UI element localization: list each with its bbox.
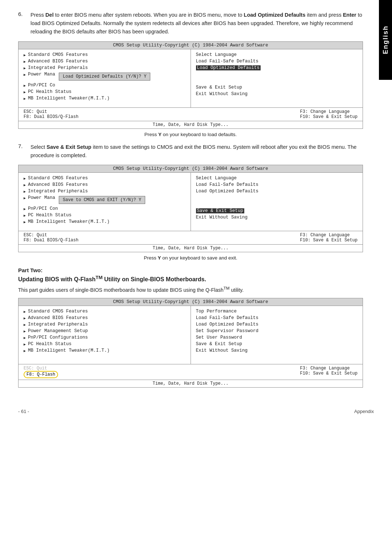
bios1-left-row-7: ▶ MB Intelligent Tweaker(M.I.T.) — [24, 96, 185, 101]
bios1-right-row-1: Select Language — [196, 52, 358, 57]
bios2-right-row-7: Exit Without Saving — [196, 215, 358, 220]
bios2-item-5: PnP/PCI Con — [28, 206, 58, 211]
bios1-left-row-3: ▶ Integrated Peripherals — [24, 65, 185, 70]
bios3-left: ▶ Standard CMOS Features ▶ Advanced BIOS… — [19, 306, 191, 364]
part-two-desc: This part guides users of single-BIOS mo… — [18, 286, 363, 293]
caption-1: Press Y on your keyboard to load default… — [18, 132, 363, 137]
bios2-right-item-7: Exit Without Saving — [196, 215, 248, 220]
bios2-left-row-5: ▶ PnP/PCI Con — [24, 206, 185, 211]
bios2-left-row-7: ▶ MB Intelligent Tweaker(M.I.T.) — [24, 219, 185, 224]
bios1-f10: F10: Save & Exit Setup — [300, 114, 358, 119]
arrow2-icon-4: ▶ — [24, 196, 26, 200]
arrow3-icon-1: ▶ — [24, 310, 26, 314]
bios2-footer-left: ESC: Quit F8: Dual BIOS/Q-Flash — [24, 233, 78, 243]
english-tab: English — [379, 0, 392, 80]
main-content: 6. Press Del to enter BIOS menu after sy… — [0, 0, 392, 401]
bios3-item-2: Advanced BIOS Features — [28, 315, 88, 320]
bios3-right-row-2: Load Fail-Safe Defaults — [196, 315, 358, 320]
bios1-f8: F8: Dual BIOS/Q-Flash — [24, 114, 78, 119]
bios3-left-row-7: ▶ MB Intelligent Tweaker(M.I.T.) — [24, 348, 185, 353]
bios1-right-row-2: Load Fail-Safe Defaults — [196, 59, 358, 64]
part-two-title: Updating BIOS with Q-FlashTM Utility on … — [18, 275, 363, 283]
bios1-left-row-2: ▶ Advanced BIOS Features — [24, 59, 185, 64]
bios1-left-row-5: ▶ PnP/PCI Co — [24, 83, 185, 88]
bios2-item-1: Standard CMOS Features — [28, 176, 88, 181]
bios3-inner: ▶ Standard CMOS Features ▶ Advanced BIOS… — [19, 306, 363, 364]
bios1-right-row-5 — [196, 78, 358, 83]
bios3-footer-left: ESC: Quit F8: Q-Flash — [24, 366, 58, 378]
bios1-item-7: MB Intelligent Tweaker(M.I.T.) — [28, 96, 110, 101]
step-6-text: Press Del to enter BIOS menu after syste… — [30, 11, 363, 36]
arrow3-icon-3: ▶ — [24, 323, 26, 327]
bios3-right-item-2: Load Fail-Safe Defaults — [196, 315, 259, 320]
bios3-item-1: Standard CMOS Features — [28, 309, 88, 314]
bios1-left-row-1: ▶ Standard CMOS Features — [24, 52, 185, 57]
step-7-text: Select Save & Exit Setup item to save th… — [30, 143, 363, 160]
arrow-icon-4: ▶ — [24, 73, 26, 77]
bios3-esc-quit: ESC: Quit — [24, 366, 47, 371]
bios2-right-item-2: Load Fail-Safe Defaults — [196, 182, 259, 187]
bios3-item-3: Integrated Peripherals — [28, 322, 88, 327]
english-label: English — [382, 25, 389, 54]
step-6-num: 6. — [18, 11, 27, 36]
bios1-right-row-7: Exit Without Saving — [196, 91, 358, 97]
bios3-bottom: Time, Date, Hard Disk Type... — [19, 380, 363, 387]
bios1-title: CMOS Setup Utility-Copyright (C) 1984-20… — [19, 42, 363, 49]
part-two-label: Part Two: — [18, 267, 363, 273]
bios2-left-row-4: ▶ Power Mana Save to CMOS and EXIT (Y/N)… — [24, 195, 185, 205]
bios2-right-row-2: Load Fail-Safe Defaults — [196, 182, 358, 187]
bios1-left-row-4: ▶ Power Mana Load Optimized Defaults (Y/… — [24, 72, 185, 81]
bios3-right-item-5: Set User Password — [196, 335, 242, 340]
bios2-left-row-2: ▶ Advanced BIOS Features — [24, 182, 185, 187]
bios3-item-5: PnP/PCI Configurations — [28, 335, 88, 340]
bios1-right-row-6: Save & Exit Setup — [196, 85, 358, 90]
bios2-item-6: PC Health Status — [28, 213, 72, 218]
bios3-footer-right: F3: Change Language F10: Save & Exit Set… — [300, 366, 358, 378]
bios3-left-row-1: ▶ Standard CMOS Features — [24, 309, 185, 314]
bios3-right-item-6: Save & Exit Setup — [196, 342, 242, 347]
arrow2-icon-5: ▶ — [24, 207, 26, 211]
bios1-popup: Load Optimized Defaults (Y/N)? Y — [59, 73, 150, 81]
bios1-item-6: PC Health Status — [28, 89, 72, 94]
bios3-right-item-1: Top Performance — [196, 309, 237, 314]
step-6: 6. Press Del to enter BIOS menu after sy… — [18, 11, 363, 36]
bios3-f8-highlight: F8: Q-Flash — [24, 371, 58, 378]
bios3-left-row-2: ▶ Advanced BIOS Features — [24, 315, 185, 320]
bios2-bottom: Time, Date, Hard Disk Type... — [19, 244, 363, 252]
bios3-footer: ESC: Quit F8: Q-Flash F3: Change Languag… — [19, 364, 363, 380]
arrow2-icon-1: ▶ — [24, 176, 26, 181]
bios1-right-row-3: Load Optimized Defaults — [196, 65, 358, 70]
bios1-item-1: Standard CMOS Features — [28, 52, 88, 57]
bios2-esc-quit: ESC: Quit — [24, 233, 47, 238]
bios2-inner: ▶ Standard CMOS Features ▶ Advanced BIOS… — [19, 173, 363, 231]
bios1-item-3: Integrated Peripherals — [28, 65, 88, 70]
bios3-right: Top Performance Load Fail-Safe Defaults … — [191, 306, 363, 364]
arrow-icon-3: ▶ — [24, 66, 26, 70]
bios2-footer: ESC: Quit F8: Dual BIOS/Q-Flash F3: Chan… — [19, 231, 363, 244]
bios1-esc-quit: ESC: Quit — [24, 109, 47, 114]
bios3-right-row-4: Set Supervisor Password — [196, 328, 358, 334]
bios3-f3: F3: Change Language — [300, 366, 350, 371]
page-number: - 61 - — [18, 409, 29, 414]
bios2-right-row-3: Load Optimized Defaults — [196, 189, 358, 194]
arrow3-icon-4: ▶ — [24, 329, 26, 334]
bios3-left-row-6: ▶ PC Health Status — [24, 342, 185, 347]
step-7: 7. Select Save & Exit Setup item to save… — [18, 143, 363, 160]
step-7-num: 7. — [18, 143, 27, 160]
bios-screenshot-2: CMOS Setup Utility-Copyright (C) 1984-20… — [18, 165, 363, 252]
bios2-item-2: Advanced BIOS Features — [28, 182, 88, 187]
bios2-f3: F3: Change Language — [300, 233, 350, 238]
bios2-right-row-4 — [196, 195, 358, 200]
bios3-f10: F10: Save & Exit Setup — [300, 371, 358, 376]
bios2-left: ▶ Standard CMOS Features ▶ Advanced BIOS… — [19, 173, 191, 231]
bios2-right-row-5 — [196, 202, 358, 207]
bios2-item-4: Power Mana — [28, 195, 55, 200]
arrow-icon-5: ▶ — [24, 83, 26, 88]
arrow-icon-2: ▶ — [24, 60, 26, 64]
bios2-right: Select Language Load Fail-Safe Defaults … — [191, 173, 363, 231]
arrow-icon-6: ▶ — [24, 90, 26, 94]
bios2-right-item-3: Load Optimized Defaults — [196, 189, 259, 194]
bios2-popup: Save to CMOS and EXIT (Y/N)? Y — [59, 196, 145, 204]
bios2-footer-right: F3: Change Language F10: Save & Exit Set… — [300, 233, 358, 243]
arrow2-icon-2: ▶ — [24, 183, 26, 187]
